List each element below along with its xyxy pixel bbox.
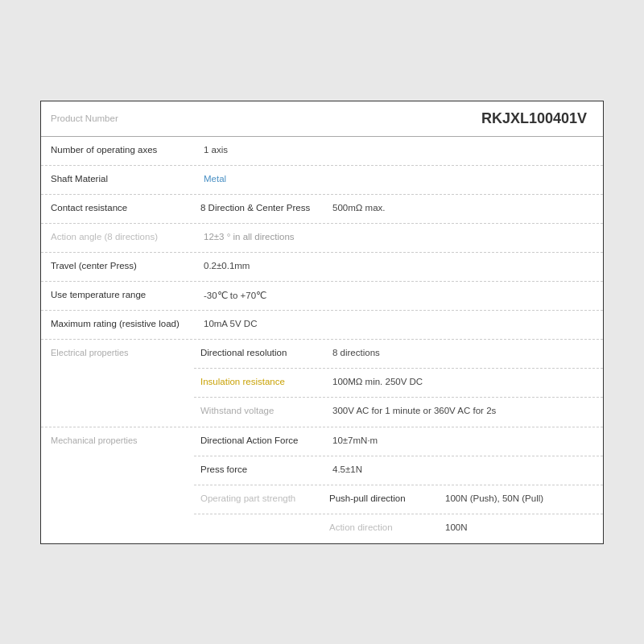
label-contact-resistance: Contact resistance xyxy=(41,195,194,223)
value-travel: 0.2±0.1mm xyxy=(194,253,603,281)
row-operating-axes: Number of operating axes 1 axis xyxy=(41,137,603,166)
row-action-angle: Action angle (8 directions) 12±3 ° in al… xyxy=(41,224,603,253)
product-number-row: Product Number RKJXL100401V xyxy=(41,101,603,137)
operating-strength-push: Operating part strength Push-pull direct… xyxy=(194,485,603,514)
row-shaft-material: Shaft Material Metal xyxy=(41,166,603,195)
value-insulation-resistance: 100MΩ min. 250V DC xyxy=(323,369,603,397)
value-directional-action-force: 10±7mN·m xyxy=(323,427,603,456)
section-mechanical: Mechanical properties Directional Action… xyxy=(41,427,603,543)
row-withstand-voltage: Withstand voltage 300V AC for 1 minute o… xyxy=(194,398,603,427)
sub-operating-strength: Operating part strength xyxy=(194,485,323,514)
value-max-rating: 10mA 5V DC xyxy=(194,311,603,339)
sub-press-force: Press force xyxy=(194,456,323,485)
row-contact-resistance: Contact resistance 8 Direction & Center … xyxy=(41,195,603,224)
label-electrical: Electrical properties xyxy=(41,340,194,427)
label-action-angle: Action angle (8 directions) xyxy=(41,224,194,252)
value-press-force: 4.5±1N xyxy=(323,456,603,485)
product-number-label: Product Number xyxy=(51,114,204,123)
sub-push-pull-direction: Push-pull direction xyxy=(323,485,436,514)
label-operating-axes: Number of operating axes xyxy=(41,137,194,165)
sub-contact-resistance: 8 Direction & Center Press xyxy=(194,195,323,223)
value-push-pull: 100N (Push), 50N (Pull) xyxy=(436,485,603,514)
label-travel: Travel (center Press) xyxy=(41,253,194,281)
operating-strength-action: Action direction 100N xyxy=(194,514,603,543)
product-number-value: RKJXL100401V xyxy=(204,110,593,127)
value-action-direction: 100N xyxy=(436,514,603,543)
row-temperature: Use temperature range -30℃ to +70℃ xyxy=(41,282,603,311)
spec-card: Product Number RKJXL100401V Number of op… xyxy=(40,101,604,544)
row-insulation-resistance: Insulation resistance 100MΩ min. 250V DC xyxy=(194,369,603,398)
value-directional-resolution: 8 directions xyxy=(323,340,603,368)
value-shaft-material: Metal xyxy=(194,166,603,194)
mechanical-nested: Directional Action Force 10±7mN·m Press … xyxy=(194,427,603,543)
electrical-nested: Directional resolution 8 directions Insu… xyxy=(194,340,603,427)
value-contact-resistance: 500mΩ max. xyxy=(323,195,603,223)
label-shaft-material: Shaft Material xyxy=(41,166,194,194)
sub-directional-resolution: Directional resolution xyxy=(194,340,323,368)
label-temperature: Use temperature range xyxy=(41,282,194,310)
sub-insulation-resistance: Insulation resistance xyxy=(194,369,323,397)
label-mechanical: Mechanical properties xyxy=(41,427,194,543)
value-temperature: -30℃ to +70℃ xyxy=(194,282,603,310)
row-operating-part-strength: Operating part strength Push-pull direct… xyxy=(194,485,603,543)
value-action-angle: 12±3 ° in all directions xyxy=(194,224,603,252)
row-directional-action-force: Directional Action Force 10±7mN·m xyxy=(194,427,603,456)
section-electrical: Electrical properties Directional resolu… xyxy=(41,340,603,427)
sub-directional-action-force: Directional Action Force xyxy=(194,427,323,456)
row-max-rating: Maximum rating (resistive load) 10mA 5V … xyxy=(41,311,603,340)
value-operating-axes: 1 axis xyxy=(194,137,603,165)
value-withstand-voltage: 300V AC for 1 minute or 360V AC for 2s xyxy=(323,398,603,427)
label-max-rating: Maximum rating (resistive load) xyxy=(41,311,194,339)
sub-action-direction: Action direction xyxy=(323,514,436,543)
sub-withstand-voltage: Withstand voltage xyxy=(194,398,323,427)
row-travel: Travel (center Press) 0.2±0.1mm xyxy=(41,253,603,282)
row-directional-resolution: Directional resolution 8 directions xyxy=(194,340,603,369)
row-press-force: Press force 4.5±1N xyxy=(194,456,603,485)
